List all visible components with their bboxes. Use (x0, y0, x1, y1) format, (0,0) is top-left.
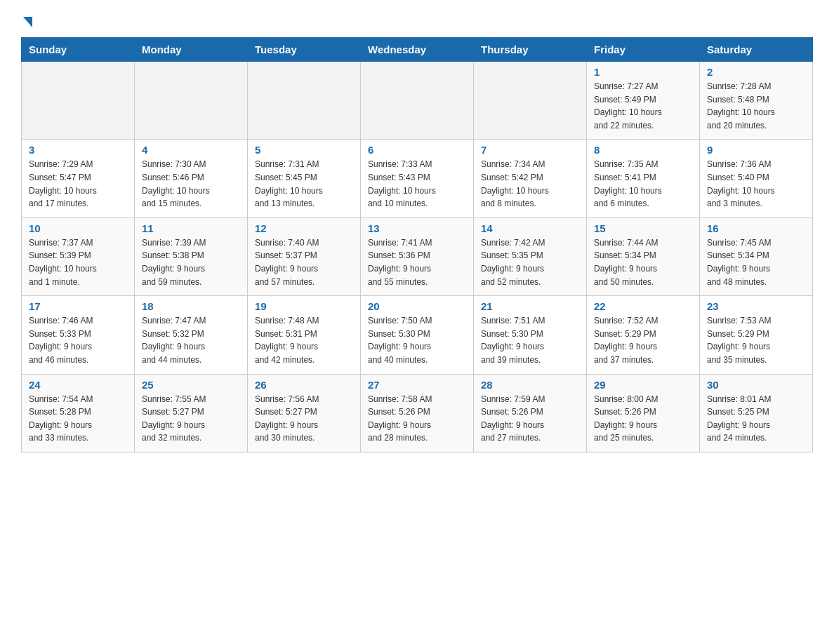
calendar-week-1: 1Sunrise: 7:27 AMSunset: 5:49 PMDaylight… (22, 62, 813, 140)
calendar-cell (474, 62, 587, 140)
day-number: 16 (707, 222, 805, 234)
day-number: 1 (594, 66, 692, 78)
logo-triangle-icon (23, 17, 32, 27)
calendar-cell: 14Sunrise: 7:42 AMSunset: 5:35 PMDayligh… (474, 217, 587, 295)
day-info: Sunrise: 7:54 AMSunset: 5:28 PMDaylight:… (29, 393, 127, 445)
calendar-cell: 9Sunrise: 7:36 AMSunset: 5:40 PMDaylight… (700, 140, 813, 217)
day-info: Sunrise: 7:37 AMSunset: 5:39 PMDaylight:… (29, 236, 127, 288)
calendar-cell: 29Sunrise: 8:00 AMSunset: 5:26 PMDayligh… (587, 374, 700, 452)
calendar-cell: 3Sunrise: 7:29 AMSunset: 5:47 PMDaylight… (22, 140, 135, 217)
calendar-cell: 2Sunrise: 7:28 AMSunset: 5:48 PMDaylight… (700, 62, 813, 140)
calendar-cell: 18Sunrise: 7:47 AMSunset: 5:32 PMDayligh… (135, 296, 248, 374)
day-info: Sunrise: 7:59 AMSunset: 5:26 PMDaylight:… (481, 393, 579, 445)
day-info: Sunrise: 7:33 AMSunset: 5:43 PMDaylight:… (368, 158, 466, 210)
day-number: 14 (481, 222, 579, 234)
day-header-sunday: Sunday (22, 38, 135, 62)
day-info: Sunrise: 7:55 AMSunset: 5:27 PMDaylight:… (142, 393, 240, 445)
day-header-monday: Monday (135, 38, 248, 62)
calendar-cell: 24Sunrise: 7:54 AMSunset: 5:28 PMDayligh… (22, 374, 135, 452)
calendar-cell: 15Sunrise: 7:44 AMSunset: 5:34 PMDayligh… (587, 217, 700, 295)
day-info: Sunrise: 7:44 AMSunset: 5:34 PMDaylight:… (594, 236, 692, 288)
calendar-cell (248, 62, 361, 140)
day-number: 15 (594, 222, 692, 234)
day-info: Sunrise: 7:51 AMSunset: 5:30 PMDaylight:… (481, 314, 579, 366)
day-info: Sunrise: 7:52 AMSunset: 5:29 PMDaylight:… (594, 314, 692, 366)
day-info: Sunrise: 7:53 AMSunset: 5:29 PMDaylight:… (707, 314, 805, 366)
day-number: 5 (255, 144, 353, 156)
calendar-week-3: 10Sunrise: 7:37 AMSunset: 5:39 PMDayligh… (22, 217, 813, 295)
logo (21, 14, 32, 25)
calendar-cell: 4Sunrise: 7:30 AMSunset: 5:46 PMDaylight… (135, 140, 248, 217)
calendar-cell: 8Sunrise: 7:35 AMSunset: 5:41 PMDaylight… (587, 140, 700, 217)
calendar-week-2: 3Sunrise: 7:29 AMSunset: 5:47 PMDaylight… (22, 140, 813, 217)
day-info: Sunrise: 7:46 AMSunset: 5:33 PMDaylight:… (29, 314, 127, 366)
day-info: Sunrise: 7:48 AMSunset: 5:31 PMDaylight:… (255, 314, 353, 366)
day-number: 24 (29, 379, 127, 391)
day-info: Sunrise: 7:31 AMSunset: 5:45 PMDaylight:… (255, 158, 353, 210)
day-number: 18 (142, 300, 240, 312)
calendar-cell: 10Sunrise: 7:37 AMSunset: 5:39 PMDayligh… (22, 217, 135, 295)
day-info: Sunrise: 7:40 AMSunset: 5:37 PMDaylight:… (255, 236, 353, 288)
calendar-header-row: SundayMondayTuesdayWednesdayThursdayFrid… (22, 38, 813, 62)
day-header-saturday: Saturday (700, 38, 813, 62)
calendar-cell (361, 62, 474, 140)
day-header-tuesday: Tuesday (248, 38, 361, 62)
calendar-week-4: 17Sunrise: 7:46 AMSunset: 5:33 PMDayligh… (22, 296, 813, 374)
calendar-cell: 28Sunrise: 7:59 AMSunset: 5:26 PMDayligh… (474, 374, 587, 452)
day-info: Sunrise: 7:35 AMSunset: 5:41 PMDaylight:… (594, 158, 692, 210)
day-info: Sunrise: 7:58 AMSunset: 5:26 PMDaylight:… (368, 393, 466, 445)
day-number: 6 (368, 144, 466, 156)
calendar-cell: 22Sunrise: 7:52 AMSunset: 5:29 PMDayligh… (587, 296, 700, 374)
calendar-cell (135, 62, 248, 140)
calendar-cell: 1Sunrise: 7:27 AMSunset: 5:49 PMDaylight… (587, 62, 700, 140)
day-number: 27 (368, 379, 466, 391)
day-info: Sunrise: 7:30 AMSunset: 5:46 PMDaylight:… (142, 158, 240, 210)
calendar-cell: 21Sunrise: 7:51 AMSunset: 5:30 PMDayligh… (474, 296, 587, 374)
calendar-cell: 30Sunrise: 8:01 AMSunset: 5:25 PMDayligh… (700, 374, 813, 452)
day-number: 12 (255, 222, 353, 234)
day-number: 25 (142, 379, 240, 391)
day-number: 17 (29, 300, 127, 312)
day-number: 20 (368, 300, 466, 312)
calendar-cell: 12Sunrise: 7:40 AMSunset: 5:37 PMDayligh… (248, 217, 361, 295)
calendar-cell: 5Sunrise: 7:31 AMSunset: 5:45 PMDaylight… (248, 140, 361, 217)
day-number: 7 (481, 144, 579, 156)
calendar-cell: 26Sunrise: 7:56 AMSunset: 5:27 PMDayligh… (248, 374, 361, 452)
day-number: 22 (594, 300, 692, 312)
day-number: 19 (255, 300, 353, 312)
day-info: Sunrise: 7:41 AMSunset: 5:36 PMDaylight:… (368, 236, 466, 288)
day-number: 23 (707, 300, 805, 312)
page-header (21, 14, 813, 25)
day-number: 10 (29, 222, 127, 234)
day-info: Sunrise: 7:36 AMSunset: 5:40 PMDaylight:… (707, 158, 805, 210)
calendar-cell: 13Sunrise: 7:41 AMSunset: 5:36 PMDayligh… (361, 217, 474, 295)
calendar-cell: 16Sunrise: 7:45 AMSunset: 5:34 PMDayligh… (700, 217, 813, 295)
day-number: 29 (594, 379, 692, 391)
calendar-table: SundayMondayTuesdayWednesdayThursdayFrid… (21, 37, 813, 452)
day-number: 4 (142, 144, 240, 156)
day-number: 13 (368, 222, 466, 234)
calendar-cell: 11Sunrise: 7:39 AMSunset: 5:38 PMDayligh… (135, 217, 248, 295)
day-info: Sunrise: 7:39 AMSunset: 5:38 PMDaylight:… (142, 236, 240, 288)
day-number: 9 (707, 144, 805, 156)
day-info: Sunrise: 7:28 AMSunset: 5:48 PMDaylight:… (707, 80, 805, 132)
calendar-cell: 6Sunrise: 7:33 AMSunset: 5:43 PMDaylight… (361, 140, 474, 217)
day-info: Sunrise: 8:00 AMSunset: 5:26 PMDaylight:… (594, 393, 692, 445)
day-number: 11 (142, 222, 240, 234)
day-info: Sunrise: 7:42 AMSunset: 5:35 PMDaylight:… (481, 236, 579, 288)
calendar-cell (22, 62, 135, 140)
calendar-cell: 7Sunrise: 7:34 AMSunset: 5:42 PMDaylight… (474, 140, 587, 217)
day-info: Sunrise: 7:50 AMSunset: 5:30 PMDaylight:… (368, 314, 466, 366)
calendar-cell: 19Sunrise: 7:48 AMSunset: 5:31 PMDayligh… (248, 296, 361, 374)
day-header-friday: Friday (587, 38, 700, 62)
calendar-cell: 20Sunrise: 7:50 AMSunset: 5:30 PMDayligh… (361, 296, 474, 374)
day-number: 26 (255, 379, 353, 391)
calendar-cell: 17Sunrise: 7:46 AMSunset: 5:33 PMDayligh… (22, 296, 135, 374)
day-number: 21 (481, 300, 579, 312)
day-info: Sunrise: 7:47 AMSunset: 5:32 PMDaylight:… (142, 314, 240, 366)
day-info: Sunrise: 7:56 AMSunset: 5:27 PMDaylight:… (255, 393, 353, 445)
day-number: 8 (594, 144, 692, 156)
day-number: 30 (707, 379, 805, 391)
day-header-wednesday: Wednesday (361, 38, 474, 62)
calendar-cell: 25Sunrise: 7:55 AMSunset: 5:27 PMDayligh… (135, 374, 248, 452)
